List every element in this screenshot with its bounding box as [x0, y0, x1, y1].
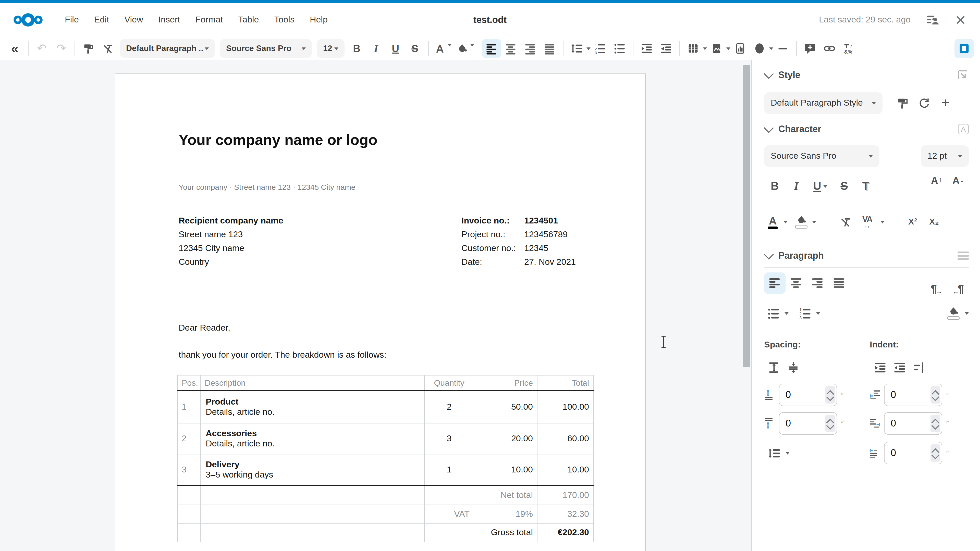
below-spacing-spinbox[interactable]	[779, 412, 837, 435]
sidebar-decrease-indent-icon[interactable]	[890, 357, 909, 378]
subscript-button[interactable]: X₂	[923, 211, 945, 233]
sidebar-font-size-dropdown[interactable]: 12 pt	[921, 145, 969, 167]
sidebar-clear-formatting-button[interactable]	[835, 211, 856, 233]
paragraph-ltr-button[interactable]: ¶→	[926, 272, 947, 294]
character-dialog-icon[interactable]: A	[958, 124, 969, 134]
font-color-caret[interactable]	[783, 221, 788, 223]
insert-horizontal-line-button[interactable]	[773, 39, 793, 58]
insert-hyperlink-button[interactable]	[820, 39, 839, 58]
sidebar-justify-button[interactable]	[829, 272, 850, 294]
ordered-list-caret[interactable]	[816, 312, 820, 314]
bold-button[interactable]: B	[347, 39, 366, 58]
before-indent-spinbox[interactable]	[884, 384, 942, 406]
align-left-button[interactable]	[482, 39, 501, 58]
first-line-indent-spinbox[interactable]	[884, 442, 942, 464]
justify-button[interactable]	[540, 39, 559, 58]
underline-button[interactable]: U	[386, 39, 405, 58]
scrollbar-thumb[interactable]	[743, 65, 750, 367]
strikethrough-button[interactable]: S	[405, 39, 425, 58]
new-style-plus-icon[interactable]: +	[935, 92, 956, 114]
insert-image-button[interactable]	[707, 39, 726, 58]
first-line-indent-input[interactable]	[885, 442, 931, 464]
below-spacing-input[interactable]	[780, 412, 825, 435]
close-icon[interactable]	[955, 14, 967, 26]
align-center-button[interactable]	[501, 39, 520, 58]
insert-table-button[interactable]	[683, 39, 703, 58]
sidebar-font-name-dropdown[interactable]: Source Sans Pro	[764, 145, 880, 167]
sidebar-font-color-button[interactable]: A	[764, 211, 781, 233]
decrease-indent-button[interactable]	[656, 39, 676, 58]
menu-table[interactable]: Table	[231, 15, 266, 25]
insert-chart-button[interactable]	[730, 39, 750, 58]
insert-special-character-button[interactable]: ♪&%	[839, 39, 859, 58]
character-spacing-caret[interactable]	[880, 221, 885, 223]
insert-image-caret[interactable]	[726, 47, 730, 50]
above-spacing-spinbox[interactable]	[779, 384, 837, 406]
chevron-down-icon[interactable]	[764, 69, 774, 79]
highlight-color-caret[interactable]	[470, 44, 474, 46]
menu-tools[interactable]: Tools	[267, 15, 302, 25]
menu-help[interactable]: Help	[302, 15, 335, 25]
increase-indent-button[interactable]	[637, 39, 656, 58]
paragraph-spacing-increase-icon[interactable]	[764, 357, 783, 378]
spinner-buttons[interactable]	[931, 386, 940, 403]
undo-button[interactable]: ↶	[32, 39, 52, 58]
sidebar-underline-button[interactable]: U	[807, 176, 834, 197]
sidebar-ordered-list-button[interactable]: 123	[796, 303, 814, 324]
bullet-list-caret[interactable]	[784, 312, 789, 314]
user-list-icon[interactable]	[926, 13, 939, 27]
font-name-dropdown[interactable]: Source Sans Pro	[220, 39, 312, 58]
after-indent-spinbox[interactable]	[884, 412, 942, 435]
insert-shape-button[interactable]	[750, 39, 769, 58]
align-right-button[interactable]	[520, 39, 540, 58]
sidebar-toggle-button[interactable]	[955, 39, 974, 58]
sidebar-align-right-button[interactable]	[807, 272, 829, 294]
highlight-color-caret[interactable]	[812, 221, 816, 223]
line-spacing-caret[interactable]	[786, 452, 790, 454]
line-spacing-dropdown-icon[interactable]	[764, 442, 783, 464]
bullet-list-button[interactable]	[610, 39, 629, 58]
paragraph-spacing-decrease-icon[interactable]	[783, 357, 803, 378]
insert-shape-caret[interactable]	[769, 47, 773, 50]
italic-button[interactable]: I	[366, 39, 386, 58]
before-indent-input[interactable]	[885, 384, 931, 406]
highlight-color-button[interactable]	[455, 39, 470, 58]
font-size-dropdown[interactable]: 12	[317, 39, 345, 58]
sidebar-bold-button[interactable]: B	[764, 176, 786, 197]
hanging-indent-icon[interactable]	[909, 357, 928, 378]
paragraph-background-caret[interactable]	[965, 312, 969, 314]
font-color-caret[interactable]	[448, 44, 452, 46]
menu-format[interactable]: Format	[188, 15, 231, 25]
spinner-buttons[interactable]	[931, 445, 940, 462]
vertical-scrollbar[interactable]	[741, 60, 751, 551]
spinner-buttons[interactable]	[931, 415, 940, 432]
collapse-toolbar-button[interactable]: «	[5, 39, 24, 58]
line-spacing-caret[interactable]	[587, 47, 590, 50]
clear-formatting-button[interactable]	[98, 39, 118, 58]
menu-file[interactable]: File	[57, 15, 86, 25]
dock-sidebar-icon[interactable]	[956, 69, 969, 81]
sidebar-align-center-button[interactable]	[786, 272, 807, 294]
spinner-buttons[interactable]	[825, 415, 835, 432]
chevron-down-icon[interactable]	[764, 249, 774, 260]
spinner-buttons[interactable]	[825, 386, 835, 403]
character-spacing-button[interactable]: VA↔	[856, 211, 878, 233]
after-indent-input[interactable]	[885, 412, 931, 435]
style-name-dropdown[interactable]: Default Paragraph Style	[764, 92, 883, 114]
shrink-font-button[interactable]: A↓	[947, 176, 969, 197]
insert-comment-button[interactable]	[800, 39, 820, 58]
sidebar-highlight-button[interactable]	[793, 211, 810, 233]
line-spacing-button[interactable]	[567, 39, 587, 58]
menu-insert[interactable]: Insert	[151, 15, 188, 25]
sidebar-strikethrough-button[interactable]: S	[834, 176, 855, 197]
menu-view[interactable]: View	[117, 15, 151, 25]
redo-button[interactable]: ↷	[52, 39, 71, 58]
paragraph-style-dropdown[interactable]: Default Paragraph ...	[120, 39, 215, 58]
clone-formatting-button[interactable]	[79, 39, 98, 58]
above-spacing-input[interactable]	[780, 384, 825, 406]
menu-edit[interactable]: Edit	[86, 15, 117, 25]
sidebar-bullet-list-button[interactable]	[764, 303, 783, 324]
paragraph-dialog-icon[interactable]	[958, 251, 969, 260]
insert-table-caret[interactable]	[703, 47, 707, 50]
ordered-list-button[interactable]: 123	[590, 39, 610, 58]
